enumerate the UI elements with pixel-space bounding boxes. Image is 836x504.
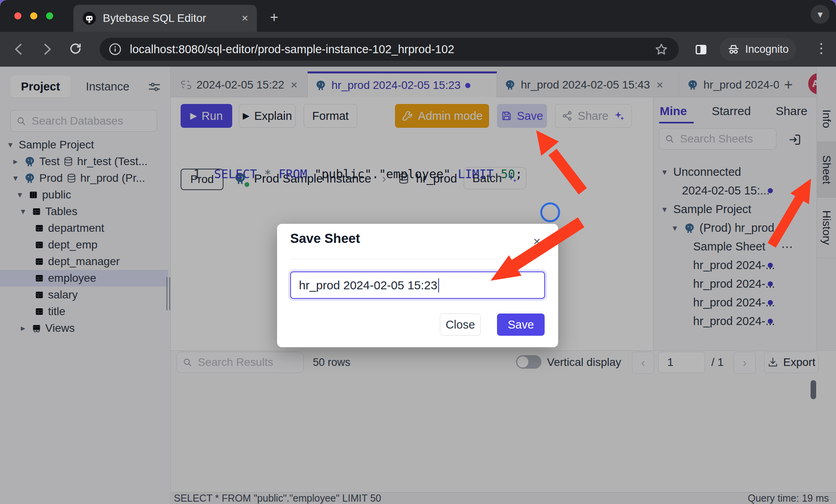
reload-icon[interactable] [68,42,83,56]
browser-tab-title: Bytebase SQL Editor [103,12,235,25]
browser-menu-icon[interactable]: ⋮ [815,41,828,55]
forward-icon[interactable] [40,42,54,56]
incognito-label: Incognito [745,43,789,56]
close-tab-icon[interactable]: × [242,12,248,25]
window-controls [14,12,53,19]
bytebase-favicon [82,11,96,25]
new-tab-button[interactable]: + [270,10,278,25]
close-window-button[interactable] [14,12,21,19]
back-icon[interactable] [12,42,26,56]
browser-chrome: Bytebase SQL Editor × + ▾ localhost:8080… [0,0,836,67]
browser-toolbar: localhost:8080/sql-editor/prod-sample-in… [0,32,836,67]
bookmark-star-icon[interactable] [654,42,668,57]
site-info-icon[interactable] [108,42,122,56]
side-panel-icon[interactable] [694,42,708,57]
bytebase-sql-editor-window: Bytebase SQL Editor × + ▾ localhost:8080… [0,0,836,504]
dialog-close-button[interactable]: Close [440,314,481,336]
tab-search-chevron-icon[interactable]: ▾ [811,5,830,24]
dialog-save-button[interactable]: Save [497,314,545,336]
dialog-title: Save Sheet [290,231,360,246]
url-text: localhost:8080/sql-editor/prod-sample-in… [130,43,454,56]
sheet-name-value: hr_prod 2024-02-05 15:23 [299,279,437,292]
save-sheet-dialog: Save Sheet × hr_prod 2024-02-05 15:23 Cl… [277,224,558,347]
close-dialog-icon[interactable]: × [533,234,541,249]
minimize-window-button[interactable] [30,12,37,19]
maximize-window-button[interactable] [46,12,53,19]
browser-tab[interactable]: Bytebase SQL Editor × [73,5,257,32]
url-bar[interactable]: localhost:8080/sql-editor/prod-sample-in… [100,38,679,61]
dialog-divider [290,259,545,259]
sheet-name-input[interactable]: hr_prod 2024-02-05 15:23 [290,271,545,299]
text-cursor [438,278,439,292]
connection-spinner-icon [540,202,560,222]
incognito-badge: Incognito [720,38,796,61]
incognito-icon [727,42,740,56]
